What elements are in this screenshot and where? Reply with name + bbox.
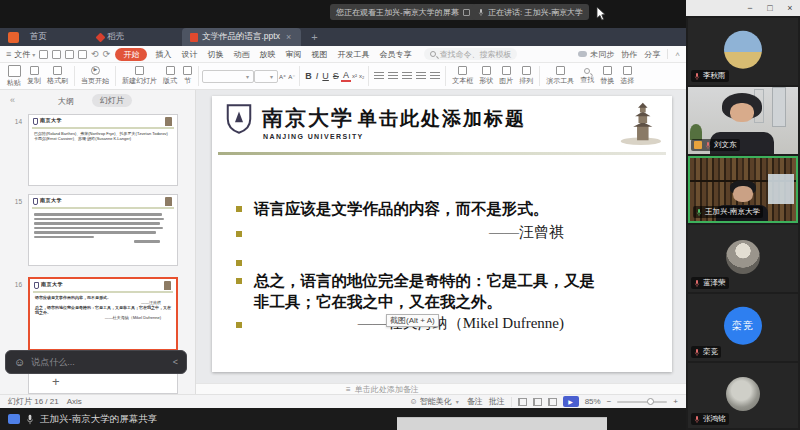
slides-tab[interactable]: 幻灯片 xyxy=(92,94,132,107)
underline-button[interactable]: U xyxy=(320,71,331,81)
save-icon[interactable] xyxy=(39,50,48,59)
notes-button[interactable]: 备注 xyxy=(467,396,483,407)
tab-transition[interactable]: 切换 xyxy=(202,49,228,60)
align-right-icon[interactable] xyxy=(430,72,440,81)
tab-home[interactable]: 开始 xyxy=(115,48,147,61)
tab-devtools[interactable]: 开发工具 xyxy=(332,49,374,60)
copy-button[interactable]: 复制 xyxy=(24,64,44,89)
grow-font-button[interactable]: A⁺ xyxy=(278,73,287,80)
slide-title[interactable]: 南京大学 单击此处添加标题 xyxy=(262,104,526,132)
redo-icon[interactable]: ⟳ xyxy=(103,49,111,59)
share-button[interactable]: 分享 xyxy=(644,49,660,60)
emoji-icon[interactable]: ☺ xyxy=(14,356,25,368)
notes-bar[interactable]: ≡ 单击此处添加备注 xyxy=(196,383,686,394)
collapse-panel-icon[interactable]: « xyxy=(10,95,15,105)
tab-animation[interactable]: 动画 xyxy=(228,49,254,60)
shrink-font-button[interactable]: A⁻ xyxy=(287,73,296,80)
arrange-button[interactable]: 排列 xyxy=(516,64,536,89)
document-tab-close-icon[interactable]: × xyxy=(284,32,293,42)
participant-tile[interactable]: 栾竞 栾竞 xyxy=(688,294,798,361)
slide-thumbnail-15[interactable]: 南京大学 xyxy=(28,194,178,266)
chat-input-placeholder[interactable]: 说点什么... xyxy=(31,356,167,369)
print-icon[interactable] xyxy=(65,50,74,59)
participant-tile[interactable]: 张鸿铭 xyxy=(688,363,798,428)
numbered-list-icon[interactable] xyxy=(388,72,398,81)
layout-button[interactable]: 版式 xyxy=(160,64,180,89)
slide-thumbnail-16-selected[interactable]: 南京大学 语言应该是文学作品的内容，而不是形式。 ——汪曾祺 总之，语言的地位完… xyxy=(28,277,178,351)
tab-review[interactable]: 审阅 xyxy=(280,49,306,60)
preview-icon[interactable] xyxy=(78,50,87,59)
format-painter-button[interactable]: 格式刷 xyxy=(44,64,71,89)
superscript-button[interactable]: x² xyxy=(351,73,358,79)
tab-slideshow[interactable]: 放映 xyxy=(254,49,280,60)
file-menu[interactable]: 文件 xyxy=(14,49,30,60)
play-from-button[interactable]: 当页开始 xyxy=(78,64,112,89)
textbox-button[interactable]: 文本框 xyxy=(449,64,476,89)
find-button[interactable]: 查找 xyxy=(577,64,597,89)
bullet-list-icon[interactable] xyxy=(374,72,384,81)
output-icon[interactable] xyxy=(52,50,61,59)
document-tab[interactable]: 文学作品的语言.pptx × xyxy=(182,28,301,46)
participant-tile-speaking[interactable]: 王加兴-南京大学 xyxy=(688,156,798,223)
participant-tile[interactable]: 蓝泽荣 xyxy=(688,225,798,292)
chat-bubble-icon[interactable] xyxy=(8,414,20,424)
divider xyxy=(198,66,199,86)
minimize-button[interactable]: − xyxy=(740,3,760,13)
participant-tile[interactable]: 李秋雨 xyxy=(688,18,798,85)
font-size-select[interactable]: ▾ xyxy=(254,70,278,83)
close-button[interactable]: × xyxy=(780,3,800,13)
new-slide-button[interactable]: 新建幻灯片 xyxy=(119,64,160,89)
font-select[interactable]: ▾ xyxy=(202,70,254,83)
popout-icon[interactable] xyxy=(463,9,470,16)
subscript-button[interactable]: x₂ xyxy=(358,73,365,79)
reading-view-icon[interactable] xyxy=(548,398,557,406)
outline-tab[interactable]: 大纲 xyxy=(58,96,74,107)
docer-tab[interactable]: 稻壳 xyxy=(91,31,130,43)
align-center-icon[interactable] xyxy=(416,72,426,81)
align-left-icon[interactable] xyxy=(402,72,412,81)
mic-icon[interactable] xyxy=(26,414,34,425)
paste-button[interactable]: 粘贴 xyxy=(4,64,24,89)
slide-body-text[interactable]: 语言应该是文学作品的内容，而不是形式。 ——汪曾祺 总之，语言的地位完全是奇特的… xyxy=(236,198,648,333)
new-tab-button[interactable]: + xyxy=(311,31,317,43)
undo-icon[interactable]: ⟲ xyxy=(91,49,99,59)
zoom-slider[interactable] xyxy=(617,401,667,403)
zoom-out-button[interactable]: − xyxy=(607,397,612,406)
zoom-in-button[interactable]: + xyxy=(673,397,678,406)
tab-design[interactable]: 设计 xyxy=(176,49,202,60)
normal-view-icon[interactable] xyxy=(518,398,527,406)
tab-member[interactable]: 会员专享 xyxy=(374,49,416,60)
font-color-button[interactable]: A xyxy=(341,70,351,82)
present-tools-button[interactable]: 演示工具 xyxy=(543,64,577,89)
section-button[interactable]: 节 xyxy=(180,64,195,89)
docer-tab-label: 稻壳 xyxy=(107,31,124,43)
collaborate-button[interactable]: 协作 xyxy=(621,49,637,60)
beautify-button[interactable]: ☺ 智能美化 ▾ xyxy=(409,396,460,407)
sync-status-button[interactable]: 未同步 xyxy=(578,49,614,60)
slide-sorter-icon[interactable] xyxy=(533,398,542,406)
command-search-input[interactable]: 查找命令、搜索模板 xyxy=(424,48,517,60)
home-tab[interactable]: 首页 xyxy=(24,31,53,43)
collapse-ribbon-icon[interactable]: ˄ xyxy=(675,50,680,59)
tab-view[interactable]: 视图 xyxy=(306,49,332,60)
select-button[interactable]: 选择 xyxy=(617,64,637,89)
replace-button[interactable]: 替换 xyxy=(597,64,617,89)
chevron-down-icon: ▾ xyxy=(32,51,35,58)
shape-button[interactable]: 形状 xyxy=(476,64,496,89)
bold-button[interactable]: B xyxy=(303,71,314,81)
zoom-slider-knob[interactable] xyxy=(647,398,654,405)
chat-quick-input[interactable]: ☺ 说点什么... < xyxy=(5,350,187,374)
picture-button[interactable]: 图片 xyxy=(496,64,516,89)
zoom-level[interactable]: 85% xyxy=(585,397,601,406)
strikethrough-button[interactable]: S xyxy=(331,71,341,81)
slide-thumbnail-14[interactable]: 南京大学 巴尔特(Roland Barthes)、弗莱(Northrop Fry… xyxy=(28,114,178,186)
comments-button[interactable]: 批注 xyxy=(489,396,505,407)
slideshow-play-button[interactable]: ▶ xyxy=(563,396,579,407)
participant-tile[interactable]: 刘文东 xyxy=(688,87,798,154)
collapse-chat-icon[interactable]: < xyxy=(173,357,178,367)
tab-insert[interactable]: 插入 xyxy=(150,49,176,60)
current-slide[interactable]: 南京大学 单击此处添加标题 NANJING UNIVERSITY xyxy=(212,96,672,372)
maximize-button[interactable]: □ xyxy=(760,3,780,13)
add-slide-button[interactable]: + xyxy=(52,374,60,389)
quote-1-author: ——汪曾祺 xyxy=(254,223,648,242)
